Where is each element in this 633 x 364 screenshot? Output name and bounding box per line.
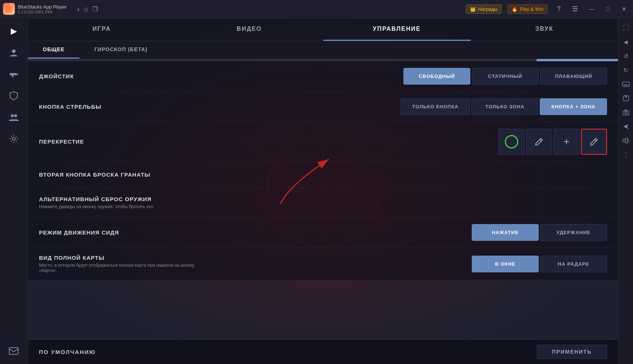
top-tabs: ИГРА ВИДЕО УПРАВЛЕНИЕ ЗВУК <box>28 18 618 41</box>
svg-rect-12 <box>623 82 629 86</box>
joystick-label-col: ДЖОЙСТИК <box>39 73 206 80</box>
right-kb-btn[interactable] <box>620 78 632 90</box>
left-sidebar: ▶ <box>0 18 28 364</box>
svg-point-6 <box>11 114 14 117</box>
svg-point-8 <box>12 137 15 140</box>
menu-button[interactable]: ☰ <box>570 4 580 14</box>
shoot-btn-row: КНОПКА СТРЕЛЬБЫ ТОЛЬКО КНОПКА ТОЛЬКО ЗОН… <box>28 92 618 122</box>
crosshair-label: ПЕРЕКРЕСТИЕ <box>39 138 84 145</box>
sidebar-settings-btn[interactable] <box>4 129 23 148</box>
apply-button[interactable]: ПРИМЕНИТЬ <box>537 345 607 359</box>
subtab-general[interactable]: ОБЩЕЕ <box>28 41 79 59</box>
sidebar-shield-btn[interactable] <box>4 86 23 105</box>
grenade-row: ВТОРАЯ КНОПКА БРОСКА ГРАНАТЫ <box>28 162 618 188</box>
tab-game[interactable]: ИГРА <box>28 18 175 41</box>
svg-rect-5 <box>12 75 13 77</box>
sidebar-gun-btn[interactable] <box>4 65 23 83</box>
map-window-btn[interactable]: В ОКНЕ <box>472 256 539 272</box>
alt-drop-label: АЛЬТЕРНАТИВНЫЙ СБРОС ОРУЖИЯ <box>39 196 152 202</box>
app-name: BlueStacks App Player 5.13.220.1001 P64 <box>18 4 67 14</box>
right-share-btn[interactable] <box>620 92 632 104</box>
joystick-row: ДЖОЙСТИК СВОБОДНЫЙ СТАТИЧНЫЙ ПЛАВАЮЩИЙ <box>28 61 618 92</box>
svg-point-20 <box>625 112 627 114</box>
joystick-controls: СВОБОДНЫЙ СТАТИЧНЫЙ ПЛАВАЮЩИЙ <box>206 68 607 85</box>
crosshair-plus-btn[interactable]: + <box>554 129 580 155</box>
crosshair-edit-btn-2[interactable] <box>581 129 607 155</box>
right-sidebar: ⛶ ◀ ↺ ↻ <box>618 18 633 364</box>
play-win-button[interactable]: 🔥 Play & Win <box>507 4 548 14</box>
help-button[interactable]: ? <box>554 4 564 14</box>
sidebar-group-btn[interactable] <box>4 108 23 127</box>
crosshair-edit-btn-1[interactable] <box>526 129 552 155</box>
svg-rect-3 <box>10 73 16 75</box>
crouch-label: РЕЖИМ ДВИЖЕНИЯ СИДЯ <box>39 229 119 236</box>
right-undo-btn[interactable]: ↺ <box>620 50 632 62</box>
map-view-row: ВИД ПОЛНОЙ КАРТЫ Место, в котором будет … <box>28 248 618 280</box>
right-more-btn[interactable]: ⋮ <box>620 149 632 161</box>
right-redo-btn[interactable]: ↻ <box>620 64 632 76</box>
default-label: ПО УМОЛЧАНИЮ <box>39 349 96 355</box>
minimize-button[interactable]: — <box>586 4 597 14</box>
close-button[interactable]: ✕ <box>619 4 629 14</box>
title-bar-left: BlueStacks App Player 5.13.220.1001 P64 … <box>0 3 316 15</box>
crouch-hold-btn[interactable]: УДЕРЖАНИЕ <box>540 224 607 241</box>
right-screenshot-btn[interactable] <box>620 106 632 118</box>
subtab-gyro[interactable]: ГИРОСКОП (БЕТА) <box>79 41 162 59</box>
crouch-controls: НАЖАТИЕ УДЕРЖАНИЕ <box>206 224 607 241</box>
main-container: ▶ <box>0 18 633 364</box>
fire-icon: 🔥 <box>512 6 517 12</box>
joystick-static-btn[interactable]: СТАТИЧНЫЙ <box>472 68 539 85</box>
right-volume-btn[interactable] <box>620 135 632 147</box>
shoot-label: КНОПКА СТРЕЛЬБЫ <box>39 104 101 110</box>
svg-rect-9 <box>9 348 18 354</box>
crosshair-circle-btn[interactable] <box>499 129 525 155</box>
sidebar-mail-btn[interactable] <box>4 342 23 360</box>
grenade-label: ВТОРАЯ КНОПКА БРОСКА ГРАНАТЫ <box>39 171 150 178</box>
title-nav: ‹ ⌂ ❐ <box>77 5 98 13</box>
svg-rect-4 <box>16 73 18 75</box>
shoot-label-col: КНОПКА СТРЕЛЬБЫ <box>39 104 206 110</box>
home-btn[interactable]: ⌂ <box>84 5 88 13</box>
tab-control[interactable]: УПРАВЛЕНИЕ <box>323 18 471 41</box>
right-back-btn[interactable]: ◀ <box>620 36 632 48</box>
tab-video[interactable]: ВИДЕО <box>175 18 323 41</box>
crouch-mode-row: РЕЖИМ ДВИЖЕНИЯ СИДЯ НАЖАТИЕ УДЕРЖАНИЕ <box>28 217 618 248</box>
rewards-button[interactable]: 👑 Награды <box>466 4 502 14</box>
crosshair-label-col: ПЕРЕКРЕСТИЕ <box>39 138 206 145</box>
map-label-col: ВИД ПОЛНОЙ КАРТЫ Место, в котором будет … <box>39 255 206 273</box>
app-logo <box>3 3 15 15</box>
right-plane-btn[interactable] <box>620 121 632 132</box>
sidebar-play-btn[interactable]: ▶ <box>4 22 23 40</box>
content-area: ИГРА ВИДЕО УПРАВЛЕНИЕ ЗВУК ОБЩЕЕ ГИРОСКО… <box>28 18 618 364</box>
sub-tabs: ОБЩЕЕ ГИРОСКОП (БЕТА) <box>28 41 618 59</box>
map-radar-btn[interactable]: НА РАДАРЕ <box>540 256 607 272</box>
green-circle-indicator <box>505 135 518 148</box>
grenade-label-col: ВТОРАЯ КНОПКА БРОСКА ГРАНАТЫ <box>39 171 206 178</box>
svg-point-7 <box>14 114 17 117</box>
map-label: ВИД ПОЛНОЙ КАРТЫ <box>39 255 104 261</box>
tab-sound[interactable]: ЗВУК <box>471 18 618 41</box>
alt-drop-row: АЛЬТЕРНАТИВНЫЙ СБРОС ОРУЖИЯ Нажмите дваж… <box>28 188 618 217</box>
shoot-btn-zone-btn[interactable]: КНОПКА + ЗОНА <box>540 98 607 115</box>
back-btn[interactable]: ‹ <box>77 5 80 13</box>
maximize-button[interactable]: □ <box>603 4 613 14</box>
title-bar: BlueStacks App Player 5.13.220.1001 P64 … <box>0 0 633 18</box>
alt-drop-sublabel: Нажмите дважды на иконку оружия, чтобы б… <box>39 204 206 209</box>
joystick-floating-btn[interactable]: ПЛАВАЮЩИЙ <box>540 68 607 85</box>
copy-btn[interactable]: ❐ <box>92 6 98 13</box>
sidebar-user-btn[interactable] <box>4 43 23 62</box>
shoot-zone-only-btn[interactable]: ТОЛЬКО ЗОНА <box>471 98 538 115</box>
map-controls: В ОКНЕ НА РАДАРЕ <box>206 256 607 272</box>
map-sublabel: Место, в котором будет отображаться полн… <box>39 263 206 273</box>
crosshair-controls: + <box>206 129 607 155</box>
right-fullscreen-btn[interactable]: ⛶ <box>620 22 632 34</box>
shoot-btn-only-btn[interactable]: ТОЛЬКО КНОПКА <box>401 98 470 115</box>
joystick-free-btn[interactable]: СВОБОДНЫЙ <box>403 68 470 85</box>
crouch-press-btn[interactable]: НАЖАТИЕ <box>472 224 539 241</box>
crown-icon: 👑 <box>470 6 476 12</box>
svg-point-2 <box>12 49 16 53</box>
title-bar-center: 👑 Награды 🔥 Play & Win ? ☰ — □ ✕ <box>316 4 633 14</box>
crosshair-row: ПЕРЕКРЕСТИЕ + <box>28 122 618 162</box>
settings-content: ДЖОЙСТИК СВОБОДНЫЙ СТАТИЧНЫЙ ПЛАВАЮЩИЙ К… <box>28 61 618 339</box>
shoot-controls: ТОЛЬКО КНОПКА ТОЛЬКО ЗОНА КНОПКА + ЗОНА <box>206 98 607 115</box>
